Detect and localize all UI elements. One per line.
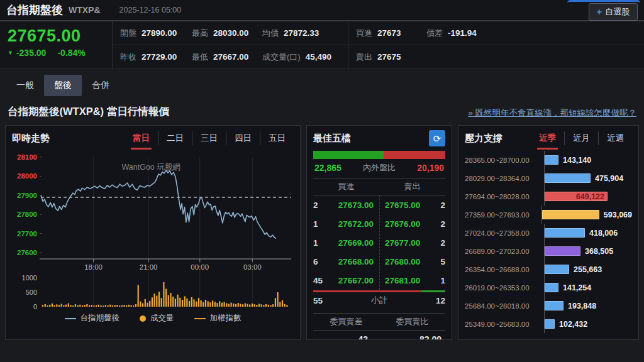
pressure-bar-zone: 368,505 — [544, 242, 632, 260]
pressure-bar — [545, 265, 569, 274]
field-volume-label: 成交量(口) — [262, 52, 301, 63]
order-stats-values: 43 82.09 — [313, 331, 445, 340]
pressure-value: 649,122 — [576, 192, 607, 201]
field-volume: 成交量(口)45,490 — [255, 52, 348, 63]
svg-text:18:00: 18:00 — [84, 263, 103, 271]
svg-text:27800: 27800 — [17, 211, 37, 218]
inner-outer-label: 內外盤比 — [363, 162, 396, 173]
svg-text:0: 0 — [33, 303, 37, 309]
svg-text:27600: 27600 — [17, 249, 37, 256]
order-stats-header: 委買賣差 委買賣比 — [313, 313, 445, 331]
price-box: 27675.00 ▼ -235.00 -0.84% — [0, 21, 112, 69]
pressure-row: 27024.00~27358.00418,006 — [465, 224, 632, 242]
top-section: 台指期盤後 WTXP& 2025-12-16 05:00 + 自選股 27675… — [0, 0, 644, 69]
pressure-value: 593,069 — [604, 211, 632, 219]
tab-afterhours[interactable]: 盤後 — [44, 75, 82, 96]
legend-label-price: 台指期盤後 — [80, 313, 120, 324]
period-tab-3day[interactable]: 三日 — [192, 131, 226, 145]
buy-column-header: 買進 — [313, 181, 379, 192]
best-five-title: 最佳五檔 — [313, 133, 351, 145]
field-ask: 賣出27675 — [348, 52, 419, 63]
symbol-code: WTXP& — [69, 5, 101, 15]
period-tab-5day[interactable]: 五日 — [260, 131, 294, 145]
pressure-row: 26354.00~26688.00255,663 — [465, 260, 632, 278]
field-high-label: 最高 — [192, 28, 208, 39]
pressure-row: 26689.00~27023.00368,505 — [465, 242, 632, 260]
field-bid-value: 27673 — [377, 28, 401, 38]
period-tab-4day[interactable]: 四日 — [226, 131, 260, 145]
field-prev-value: 27729.00 — [142, 52, 177, 62]
field-low-value: 27667.00 — [213, 52, 248, 62]
pressure-bar-zone: 193,848 — [544, 297, 632, 315]
add-watchlist-button[interactable]: + 自選股 — [589, 3, 638, 21]
sell-volume: 5 — [428, 257, 445, 266]
legend-label-volume: 成交量 — [150, 313, 174, 324]
diff-header: 委買賣差 — [313, 316, 379, 327]
price-range-label: 26019.00~26353.00 — [465, 284, 544, 292]
order-book-row: 627668.0027680.005 — [313, 252, 445, 271]
chart-legend: 台指期盤後 成交量 加權指數 — [12, 313, 294, 324]
buy-volume: 45 — [313, 276, 330, 285]
refresh-button[interactable]: ⟳ — [429, 130, 445, 146]
pressure-value: 102,432 — [559, 320, 587, 329]
pressure-tab-quarter[interactable]: 近季 — [531, 131, 564, 145]
sell-volume: 2 — [428, 219, 445, 229]
realtime-chart-panel: 即時走勢 當日 二日 三日 四日 五日 28100280002790027800… — [5, 125, 301, 340]
legend-item-index: 加權指數 — [194, 313, 242, 324]
pressure-value: 475,904 — [595, 174, 623, 183]
sell-volume: 2 — [428, 238, 445, 248]
pressure-bar: 649,122 — [545, 192, 608, 201]
tab-general[interactable]: 一般 — [6, 75, 44, 96]
svg-text:21:00: 21:00 — [140, 263, 158, 271]
subtotal-sell: 12 — [436, 296, 445, 305]
pressure-bars: 28365.00~28700.00143,14028029.00~28364.0… — [465, 151, 632, 333]
line-swatch-icon — [65, 318, 76, 319]
sell-price: 27680.00 — [379, 257, 428, 266]
inner-volume: 22,865 — [314, 163, 341, 173]
tab-combined[interactable]: 合併 — [82, 75, 119, 96]
add-watchlist-label: 自選股 — [605, 6, 630, 18]
down-triangle-icon: ▼ — [8, 50, 13, 56]
main-content: 即時走勢 當日 二日 三日 四日 五日 28100280002790027800… — [0, 125, 644, 340]
pressure-bar — [545, 228, 585, 238]
subtotal-ratio-bar — [313, 290, 445, 292]
intraday-chart[interactable]: 281002800027900278002770027600WantGoo 玩股… — [12, 152, 294, 312]
field-prev-close: 昨收27729.00 — [113, 52, 184, 63]
intraday-chart-svg[interactable]: 281002800027900278002770027600WantGoo 玩股… — [12, 152, 294, 309]
topbar: 台指期盤後 WTXP& 2025-12-16 05:00 + 自選股 — [0, 0, 644, 21]
quote-fields: 開盤27890.00 最高28030.00 均價27872.33 買進27673… — [112, 21, 644, 69]
pressure-value: 141,254 — [563, 283, 591, 292]
pressure-bar-zone: 475,904 — [544, 169, 632, 187]
svg-text:00:00: 00:00 — [191, 263, 209, 271]
period-tab-1day[interactable]: 當日 — [125, 131, 158, 145]
subtotal-row: 55 小計 12 — [313, 292, 445, 309]
price-range-label: 25684.00~26018.00 — [465, 302, 544, 310]
price-change-pct: -0.84% — [57, 48, 85, 58]
dot-swatch-icon — [140, 315, 146, 322]
field-spread-label: 價差 — [426, 28, 443, 39]
buy-volume: 2 — [313, 200, 330, 210]
pressure-bar — [545, 283, 558, 292]
buy-price: 27673.00 — [330, 200, 379, 210]
best-five-panel: 最佳五檔 ⟳ 22,865 內外盤比 20,190 買進 賣出 227673.0… — [306, 125, 452, 340]
session-tabs: 一般 盤後 合併 — [0, 75, 644, 96]
field-open-value: 27890.00 — [142, 28, 177, 38]
article-link[interactable]: » 既然明年不會直線漲，那短線該怎麼做呢？ — [468, 107, 636, 119]
sell-volume: 1 — [428, 276, 445, 285]
pressure-row: 27694.00~28028.00649,122 — [465, 187, 632, 206]
period-tabs: 當日 二日 三日 四日 五日 — [125, 131, 294, 145]
pressure-value: 143,140 — [563, 156, 591, 165]
field-avg-label: 均價 — [262, 28, 279, 39]
pressure-tab-week[interactable]: 近週 — [598, 131, 632, 145]
refresh-icon: ⟳ — [433, 134, 441, 143]
field-spread: 價差-191.94 — [419, 28, 513, 39]
pressure-tab-month[interactable]: 近月 — [564, 131, 598, 145]
period-tab-2day[interactable]: 二日 — [158, 131, 192, 145]
price-range-label: 28365.00~28700.00 — [465, 156, 544, 164]
field-prev-label: 昨收 — [120, 52, 136, 63]
sell-price: 27677.00 — [379, 238, 428, 248]
pressure-row: 28029.00~28364.00475,904 — [465, 169, 632, 187]
pressure-row: 28365.00~28700.00143,140 — [465, 151, 632, 169]
section-title: 台指期盤後(WTXP&) 當日行情報價 — [8, 105, 169, 119]
pressure-title: 壓力支撐 — [465, 133, 502, 145]
